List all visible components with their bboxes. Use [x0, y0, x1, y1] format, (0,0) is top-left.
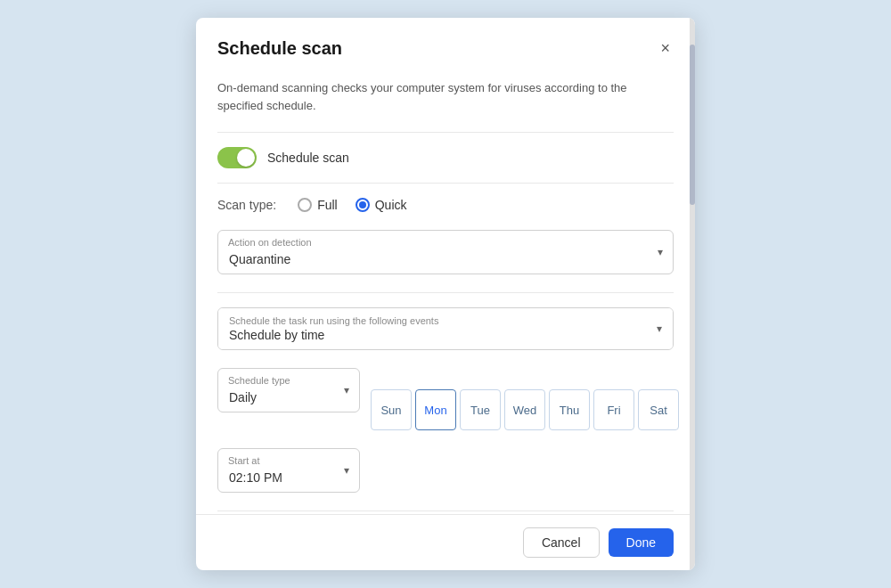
close-button[interactable]: ×: [657, 36, 674, 61]
radio-quick[interactable]: Quick: [356, 198, 407, 212]
day-fri[interactable]: Fri: [593, 389, 634, 430]
day-tue[interactable]: Tue: [460, 389, 501, 430]
days-selector: Sun Mon Tue Wed Thu Fri Sat: [371, 389, 679, 430]
day-mon[interactable]: Mon: [415, 389, 456, 430]
modal-footer: Cancel Done: [196, 514, 695, 570]
divider-2: [217, 183, 674, 184]
schedule-event-header[interactable]: Schedule the task run using the followin…: [218, 308, 673, 349]
divider-1: [217, 132, 674, 133]
scan-type-label: Scan type:: [217, 198, 276, 212]
done-button[interactable]: Done: [609, 528, 674, 557]
day-wed[interactable]: Wed: [504, 389, 545, 430]
schedule-scan-modal: Schedule scan × On-demand scanning check…: [196, 18, 695, 570]
schedule-type-wrapper: Schedule type Daily Weekly Monthly ▾: [217, 368, 360, 412]
action-on-detection-wrapper: Action on detection Quarantine Delete Ig…: [217, 230, 674, 274]
modal-body: On-demand scanning checks your computer …: [196, 76, 695, 514]
divider-4: [217, 510, 674, 511]
radio-full[interactable]: Full: [298, 198, 338, 212]
start-at-select[interactable]: 02:10 PM: [217, 448, 360, 493]
day-sun[interactable]: Sun: [371, 389, 412, 430]
schedule-event-arrow-icon: ▾: [657, 323, 662, 335]
day-sat[interactable]: Sat: [638, 389, 679, 430]
day-thu[interactable]: Thu: [549, 389, 590, 430]
modal-title: Schedule scan: [217, 38, 342, 59]
cancel-button[interactable]: Cancel: [523, 527, 600, 558]
modal-header: Schedule scan ×: [196, 18, 695, 76]
modal-overlay: Schedule scan × On-demand scanning check…: [0, 0, 891, 588]
schedule-event-dropdown: Schedule the task run using the followin…: [217, 307, 674, 350]
scrollbar-thumb[interactable]: [690, 45, 695, 205]
radio-full-input[interactable]: [298, 198, 312, 212]
action-on-detection-select[interactable]: Quarantine Delete Ignore: [217, 230, 674, 274]
scrollbar-track[interactable]: [690, 18, 695, 570]
schedule-scan-toggle[interactable]: [217, 147, 257, 168]
schedule-type-days-row: Schedule type Daily Weekly Monthly ▾ Sun…: [217, 368, 674, 430]
modal-description: On-demand scanning checks your computer …: [217, 76, 674, 114]
schedule-scan-toggle-row: Schedule scan: [217, 147, 674, 168]
divider-3: [217, 292, 674, 293]
radio-quick-label: Quick: [375, 198, 407, 212]
start-at-wrapper: Start at 02:10 PM ▾: [217, 448, 360, 493]
radio-quick-input[interactable]: [356, 198, 370, 212]
schedule-event-value: Schedule by time: [229, 328, 324, 342]
radio-full-label: Full: [317, 198, 338, 212]
schedule-event-content: Schedule the task run using the followin…: [229, 315, 438, 342]
schedule-type-select[interactable]: Daily Weekly Monthly: [217, 368, 360, 412]
schedule-event-label: Schedule the task run using the followin…: [229, 315, 438, 326]
toggle-label: Schedule scan: [267, 151, 349, 165]
start-at-row: Start at 02:10 PM ▾: [217, 448, 674, 493]
scan-type-row: Scan type: Full Quick: [217, 198, 674, 212]
